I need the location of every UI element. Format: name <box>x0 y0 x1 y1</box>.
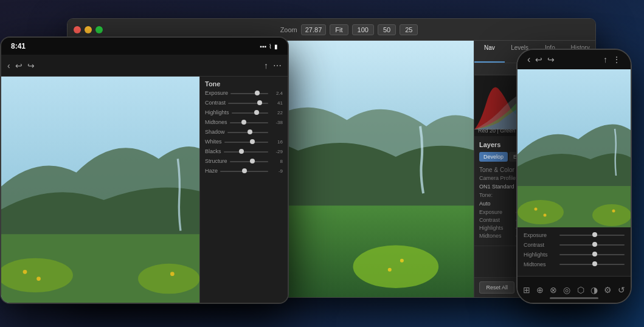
upload-icon[interactable]: ↑ <box>264 61 268 71</box>
tablet-str-slider[interactable] <box>230 161 268 162</box>
tablet-exp-val: 2.4 <box>271 91 283 96</box>
undo-icon[interactable]: ↩ <box>15 61 23 71</box>
tablet-statusbar: 8:41 ▪▪▪ ⌇ ▮ <box>1 38 288 55</box>
reset-all-button[interactable]: Reset All <box>479 281 514 294</box>
redo-icon[interactable]: ↪ <box>27 61 35 71</box>
tablet-mt-slider[interactable] <box>230 122 268 123</box>
phone-export-icon[interactable]: ⬡ <box>577 285 584 295</box>
phone-back-icon[interactable]: ‹ <box>527 54 530 65</box>
tablet-cont-val: 41 <box>271 100 283 106</box>
phone-layers-icon[interactable]: ⊕ <box>536 285 544 295</box>
phone-more-icon[interactable]: ⋮ <box>612 55 621 64</box>
camera-profile-value: ON1 Standard <box>479 184 514 190</box>
tablet-cont-slider[interactable] <box>228 103 268 104</box>
tablet: 8:41 ▪▪▪ ⌇ ▮ ‹ ↩ ↪ ↑ ⋯ <box>0 36 289 304</box>
phone-mask-icon[interactable]: ◑ <box>590 285 598 295</box>
phone-highlights-row: Highlights <box>524 252 625 258</box>
back-icon[interactable]: ‹ <box>7 61 10 71</box>
phone-cont-slider[interactable] <box>559 244 625 246</box>
zoom-label: Zoom <box>280 26 297 33</box>
tone-value: Auto <box>479 201 491 207</box>
tablet-highlights-row: Highlights 22 <box>205 109 283 116</box>
phone-hl-label: Highlights <box>524 252 557 258</box>
phone-settings-icon[interactable]: ⚙ <box>604 285 612 295</box>
phone-right-actions: ↑ ⋮ <box>603 55 621 64</box>
tab-develop[interactable]: Develop <box>479 152 508 162</box>
tablet-toolbar: ‹ ↩ ↪ ↑ ⋯ <box>1 55 288 77</box>
zoom-25-button[interactable]: 25 <box>400 24 418 35</box>
phone-exp-slider[interactable] <box>559 235 625 236</box>
tablet-structure-row: Structure 8 <box>205 158 283 165</box>
phone-adjust-icon[interactable]: ⊗ <box>550 285 557 295</box>
phone-home-bar <box>550 297 598 299</box>
tablet-blacks-row: Blacks -29 <box>205 148 283 155</box>
tablet-exp-slider[interactable] <box>230 93 268 94</box>
svg-point-21 <box>518 200 564 224</box>
phone-redo-icon[interactable]: ↪ <box>547 55 555 64</box>
phone: ‹ ↩ ↪ ↑ ⋮ <box>516 49 632 304</box>
phone-mt-slider[interactable] <box>559 264 625 265</box>
camera-profile-label: Camera Profile: <box>479 175 518 181</box>
scene: Zoom 27.87 Fit 100 50 25 ⊞ <box>0 0 644 327</box>
tablet-mt-label: Midtones <box>205 119 227 125</box>
phone-midtones-row: Midtones <box>524 261 625 267</box>
zoom-value: 27.87 <box>301 24 327 35</box>
svg-point-9 <box>400 259 404 263</box>
tab-nav[interactable]: Nav <box>474 41 505 63</box>
tablet-wh-slider[interactable] <box>224 142 268 143</box>
tablet-status-icons: ▪▪▪ ⌇ ▮ <box>260 43 278 50</box>
zoom-50-button[interactable]: 50 <box>378 24 396 35</box>
tablet-cont-label: Contrast <box>205 100 226 106</box>
tablet-hl-slider[interactable] <box>232 112 268 114</box>
tablet-bottom-bar: ☑ ⊡ Preview Reset All Reset Previous ↺ <box>1 303 288 304</box>
tablet-right-panel: Tone Exposure 2.4 Contrast <box>199 77 288 303</box>
fit-button[interactable]: Fit <box>330 24 348 35</box>
tablet-wh-val: 16 <box>271 139 283 145</box>
svg-point-25 <box>612 210 615 213</box>
tablet-time: 8:41 <box>11 42 26 50</box>
tablet-shad-slider[interactable] <box>227 132 268 133</box>
minimize-btn[interactable] <box>85 26 92 33</box>
phone-contrast-row: Contrast <box>524 242 625 248</box>
tone-label: Tone: <box>479 192 493 198</box>
tablet-str-label: Structure <box>205 158 227 164</box>
tablet-body: Tone Exposure 2.4 Contrast <box>1 77 288 303</box>
battery-icon: ▮ <box>274 43 278 50</box>
window-controls <box>74 26 103 33</box>
svg-point-17 <box>36 277 41 281</box>
zoom-100-button[interactable]: 100 <box>352 24 374 35</box>
close-btn[interactable] <box>74 26 81 33</box>
tablet-tone-title: Tone <box>200 77 288 89</box>
tablet-exposure-row: Exposure 2.4 <box>205 90 283 97</box>
tablet-bl-slider[interactable] <box>224 151 268 153</box>
tablet-exp-label: Exposure <box>205 90 228 96</box>
phone-mt-label: Midtones <box>524 261 557 267</box>
tablet-shad-label: Shadow <box>205 129 225 135</box>
phone-reset-icon[interactable]: ↺ <box>618 285 625 295</box>
phone-hl-slider[interactable] <box>559 254 625 255</box>
tablet-bl-label: Blacks <box>205 148 221 154</box>
svg-point-10 <box>388 268 392 272</box>
tablet-haze-label: Haze <box>205 168 218 174</box>
svg-point-16 <box>23 270 27 274</box>
maximize-btn[interactable] <box>95 26 103 33</box>
tablet-bl-val: -29 <box>271 149 283 154</box>
phone-undo-icon[interactable]: ↩ <box>535 55 542 64</box>
tablet-canvas <box>1 77 199 303</box>
tablet-hl-label: Highlights <box>205 109 229 115</box>
phone-canvas <box>518 69 631 227</box>
tablet-midtones-row: Midtones -38 <box>205 119 283 126</box>
phone-upload-icon[interactable]: ↑ <box>603 55 608 64</box>
phone-effects-icon[interactable]: ◎ <box>563 285 570 295</box>
contrast-label: Contrast <box>479 217 516 223</box>
svg-point-15 <box>138 264 199 294</box>
histogram-info: Red 20 | Green 2 <box>478 128 520 134</box>
exposure-label: Exposure <box>479 209 516 215</box>
tablet-haze-slider[interactable] <box>220 171 268 172</box>
phone-crop-icon[interactable]: ⊞ <box>523 285 530 295</box>
tablet-str-val: 8 <box>271 159 283 164</box>
phone-exposure-row: Exposure <box>524 232 625 238</box>
tablet-mt-val: -38 <box>271 120 283 125</box>
more-icon[interactable]: ⋯ <box>273 61 282 71</box>
tablet-hl-val: 22 <box>271 110 283 115</box>
